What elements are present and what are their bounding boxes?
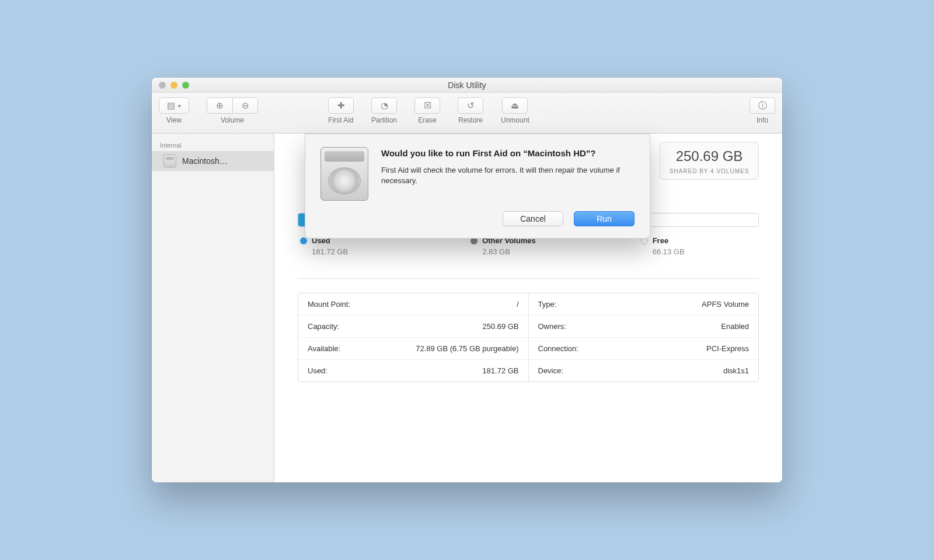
window-title: Disk Utility	[152, 80, 782, 90]
table-row: Connection:PCI-Express	[529, 337, 759, 359]
disk-utility-window: Disk Utility ▤ ▾ View ⊕ ⊖ Volume ✚ First…	[152, 78, 782, 482]
toolbar-label-unmount: Unmount	[501, 116, 529, 124]
legend-dot-used	[300, 237, 307, 244]
info-button[interactable]: ⓘ	[750, 97, 775, 114]
capacity-value: 250.69 GB	[665, 148, 754, 164]
toolbar-label-info: Info	[757, 116, 768, 124]
table-row: Mount Point:/	[298, 293, 528, 315]
sidebar: Internal Macintosh…	[152, 134, 274, 482]
legend-value-free: 66.13 GB	[641, 247, 685, 256]
titlebar[interactable]: Disk Utility	[152, 78, 782, 93]
sidebar-item-macintosh-hd[interactable]: Macintosh…	[152, 151, 274, 171]
table-row: Used:181.72 GB	[298, 359, 528, 382]
view-button[interactable]: ▤ ▾	[159, 97, 189, 114]
erase-icon: ☒	[424, 100, 431, 111]
first-aid-dialog: Would you like to run First Aid on “Maci…	[305, 134, 650, 239]
erase-button[interactable]: ☒	[414, 97, 440, 114]
toolbar-label-restore: Restore	[458, 116, 483, 124]
usage-segment-free	[637, 214, 758, 226]
legend-value-other: 2.83 GB	[471, 247, 536, 256]
capacity-box: 250.69 GB SHARED BY 4 VOLUMES	[660, 142, 759, 180]
dialog-heading: Would you like to run First Aid on “Maci…	[381, 147, 635, 159]
restore-icon: ↺	[467, 100, 475, 111]
pie-icon: ◔	[381, 100, 388, 111]
toolbar-label-volume: Volume	[221, 116, 244, 124]
divider	[298, 278, 759, 279]
legend-value-used: 181.72 GB	[300, 247, 348, 256]
dialog-body: First Aid will check the volume for erro…	[381, 165, 635, 186]
run-button[interactable]: Run	[574, 211, 635, 226]
table-row: Available:72.89 GB (6.75 GB purgeable)	[298, 337, 528, 359]
legend-label-free: Free	[653, 236, 668, 245]
volume-add-icon: ⊕	[216, 100, 224, 111]
restore-button[interactable]: ↺	[458, 97, 483, 114]
table-row: Capacity:250.69 GB	[298, 315, 528, 337]
eject-icon: ⏏	[511, 100, 519, 111]
usage-legend: Used 181.72 GB Other Volumes 2.83 GB Fre…	[298, 236, 759, 256]
table-row: Device:disk1s1	[529, 359, 759, 382]
toolbar-label-partition: Partition	[371, 116, 397, 124]
hard-drive-icon	[163, 155, 176, 167]
table-row: Type:APFS Volume	[529, 293, 759, 315]
stethoscope-icon: ✚	[337, 100, 345, 111]
chevron-down-icon: ▾	[178, 103, 181, 109]
first-aid-button[interactable]: ✚	[328, 97, 354, 114]
partition-button[interactable]: ◔	[371, 97, 397, 114]
add-volume-button[interactable]: ⊕	[207, 97, 232, 114]
sidebar-item-label: Macintosh…	[182, 156, 228, 166]
info-icon: ⓘ	[758, 100, 767, 111]
volume-info-table: Mount Point:/ Capacity:250.69 GB Availab…	[298, 293, 759, 382]
cancel-button[interactable]: Cancel	[503, 211, 563, 226]
sidebar-section-internal: Internal	[152, 139, 274, 151]
sidebar-icon: ▤	[167, 100, 175, 111]
volume-remove-icon: ⊖	[242, 100, 249, 111]
capacity-caption: SHARED BY 4 VOLUMES	[665, 168, 754, 174]
remove-volume-button[interactable]: ⊖	[232, 97, 258, 114]
toolbar-label-erase: Erase	[418, 116, 436, 124]
toolbar: ▤ ▾ View ⊕ ⊖ Volume ✚ First Aid ◔ Partit…	[152, 93, 782, 134]
toolbar-label-view: View	[166, 116, 182, 124]
table-row: Owners:Enabled	[529, 315, 759, 337]
hard-drive-icon	[320, 147, 368, 201]
unmount-button[interactable]: ⏏	[502, 97, 528, 114]
toolbar-label-first-aid: First Aid	[328, 116, 353, 124]
